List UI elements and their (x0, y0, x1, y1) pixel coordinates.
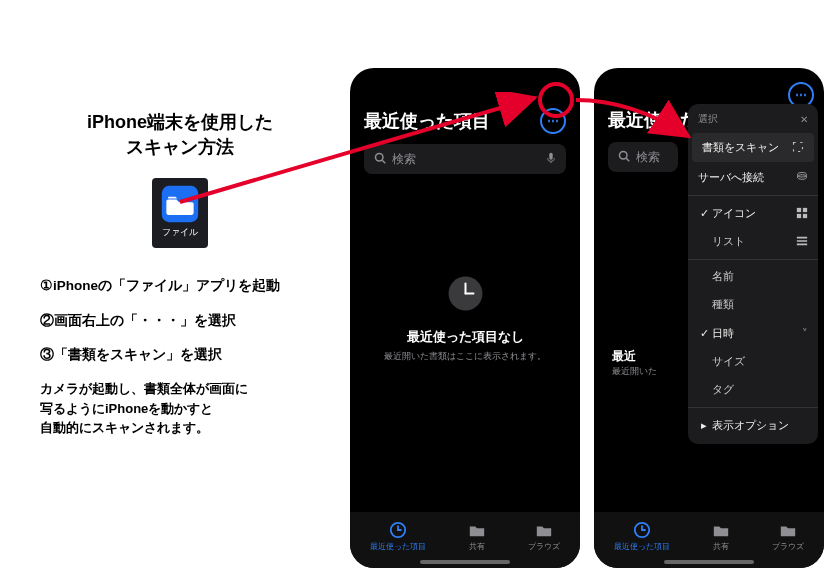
search-placeholder: 検索 (636, 149, 660, 166)
note-l3: 自動的にスキャンされます。 (40, 420, 209, 435)
menu-tag-label: タグ (712, 383, 808, 397)
files-app-icon: ファイル (152, 178, 208, 248)
menu-listview-label: リスト (712, 235, 796, 249)
tab-shared[interactable]: 共有 (467, 521, 487, 552)
folder-icon (160, 184, 200, 224)
context-menu: 選択 ✕ 書類をスキャン サーバへ接続 ✓ アイコン リスト (688, 104, 818, 444)
empty-state-cut: 最近 最近開いた (612, 348, 657, 378)
browse-tab-icon (534, 521, 554, 539)
tab-browse[interactable]: ブラウズ (772, 521, 804, 552)
folder-tab-icon (467, 521, 487, 539)
svg-rect-3 (549, 152, 552, 159)
steps: ①iPhoneの「ファイル」アプリを起動 ②画面右上の「・・・」を選択 ③「書類… (40, 276, 320, 365)
annotation-circle (538, 82, 574, 118)
tab-browse-label: ブラウズ (772, 541, 804, 552)
home-indicator (664, 560, 754, 564)
svg-point-1 (376, 153, 384, 161)
menu-item-date[interactable]: ✓ 日時 ˅ (688, 319, 818, 348)
menu-header: 選択 ✕ (688, 108, 818, 132)
menu-size-label: サイズ (712, 355, 808, 369)
doc-title: iPhone端末を使用した スキャン方法 (40, 110, 320, 160)
menu-iconview-label: アイコン (712, 206, 796, 221)
note-l2: 写るようにiPhoneを動かすと (40, 401, 213, 416)
search-icon (374, 152, 386, 167)
empty-title-cut: 最近 (612, 348, 657, 365)
notch (410, 68, 520, 86)
screen-title-cut: 最近使った (608, 108, 698, 132)
menu-item-scan[interactable]: 書類をスキャン (692, 133, 814, 162)
tab-browse-label: ブラウズ (528, 541, 560, 552)
menu-scan-label: 書類をスキャン (702, 140, 792, 155)
menu-separator (688, 407, 818, 408)
menu-item-kind[interactable]: 種類 (688, 291, 818, 319)
note: カメラが起動し、書類全体が画面に 写るようにiPhoneを動かすと 自動的にスキ… (40, 379, 320, 438)
empty-title: 最近使った項目なし (362, 328, 569, 346)
empty-sub-cut: 最近開いた (612, 365, 657, 378)
menu-item-icon-view[interactable]: ✓ アイコン (688, 199, 818, 228)
menu-server-label: サーバへ接続 (698, 170, 796, 185)
svg-rect-14 (797, 207, 801, 211)
folder-tab-icon (711, 521, 731, 539)
tab-shared[interactable]: 共有 (711, 521, 731, 552)
menu-separator (688, 195, 818, 196)
check-icon: ✓ (698, 207, 710, 220)
svg-rect-15 (803, 207, 807, 211)
menu-item-name[interactable]: 名前 (688, 263, 818, 291)
menu-item-display-options[interactable]: ▸ 表示オプション (688, 411, 818, 440)
tab-recent[interactable]: 最近使った項目 (370, 521, 426, 552)
check-icon: ✓ (698, 327, 710, 340)
title-line2: スキャン方法 (126, 137, 234, 157)
step-2: ②画面右上の「・・・」を選択 (40, 311, 320, 331)
phone-screenshot-1: 最近使った項目 ⋯ 検索 最近使った項目なし 最近開いた書類はここに表示されます… (350, 68, 580, 568)
search-field[interactable]: 検索 (608, 142, 678, 172)
tab-browse[interactable]: ブラウズ (528, 521, 560, 552)
step-1: ①iPhoneの「ファイル」アプリを起動 (40, 276, 320, 296)
menu-kind-label: 種類 (712, 298, 808, 312)
svg-point-9 (620, 151, 628, 159)
chevron-down-icon: ˅ (802, 327, 808, 340)
menu-date-label: 日時 (712, 326, 802, 341)
search-field[interactable]: 検索 (364, 144, 566, 174)
svg-line-2 (382, 160, 385, 163)
chevron-right-icon: ▸ (698, 419, 710, 432)
search-placeholder: 検索 (392, 151, 416, 168)
search-icon (618, 150, 630, 165)
notch (654, 68, 764, 86)
clock-icon (445, 274, 485, 314)
grid-icon (796, 207, 808, 221)
menu-display-label: 表示オプション (712, 418, 808, 433)
menu-separator (688, 259, 818, 260)
menu-header-label: 選択 (698, 112, 718, 126)
screen-title: 最近使った項目 (364, 109, 490, 133)
step-3: ③「書類をスキャン」を選択 (40, 345, 320, 365)
phone-screenshot-2: ⋯ 最近使った 検索 最近 最近開いた 選択 ✕ 書類をスキャン サーバへ接続 (594, 68, 824, 568)
menu-item-server[interactable]: サーバへ接続 (688, 163, 818, 192)
tab-shared-label: 共有 (713, 541, 729, 552)
svg-rect-16 (797, 213, 801, 217)
menu-item-tag[interactable]: タグ (688, 376, 818, 404)
app-icon-label: ファイル (162, 226, 198, 239)
scan-icon (792, 141, 804, 155)
menu-item-size[interactable]: サイズ (688, 348, 818, 376)
svg-rect-11 (794, 142, 803, 151)
title-line1: iPhone端末を使用した (87, 112, 273, 132)
menu-name-label: 名前 (712, 270, 808, 284)
svg-rect-17 (803, 213, 807, 217)
server-icon (796, 171, 808, 185)
browse-tab-icon (778, 521, 798, 539)
mic-icon[interactable] (546, 152, 556, 167)
clock-tab-icon (632, 521, 652, 539)
empty-state: 最近使った項目なし 最近開いた書類はここに表示されます。 (362, 274, 569, 363)
empty-sub: 最近開いた書類はここに表示されます。 (362, 350, 569, 363)
clock-tab-icon (388, 521, 408, 539)
svg-line-10 (626, 158, 629, 161)
tab-shared-label: 共有 (469, 541, 485, 552)
menu-item-list-view[interactable]: リスト (688, 228, 818, 256)
note-l1: カメラが起動し、書類全体が画面に (40, 381, 248, 396)
tab-recent-label: 最近使った項目 (370, 541, 426, 552)
list-icon (796, 235, 808, 249)
close-icon[interactable]: ✕ (800, 114, 808, 125)
tab-recent-label: 最近使った項目 (614, 541, 670, 552)
tab-recent[interactable]: 最近使った項目 (614, 521, 670, 552)
home-indicator (420, 560, 510, 564)
